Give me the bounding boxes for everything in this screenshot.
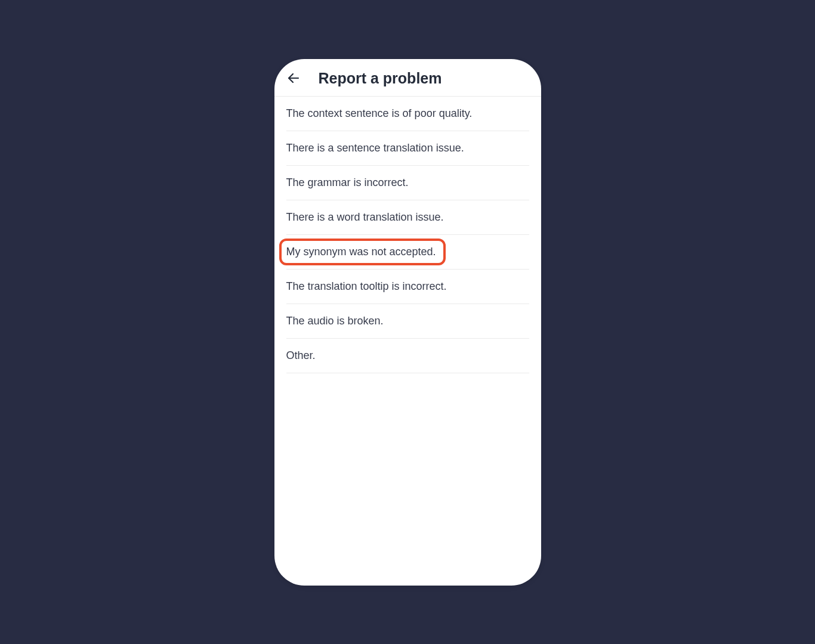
options-list: The context sentence is of poor quality.… xyxy=(274,97,541,373)
option-label: The audio is broken. xyxy=(286,315,384,327)
option-grammar-incorrect[interactable]: The grammar is incorrect. xyxy=(286,166,529,200)
phone-screen: Report a problem The context sentence is… xyxy=(274,59,541,586)
option-other[interactable]: Other. xyxy=(286,339,529,373)
option-word-translation-issue[interactable]: There is a word translation issue. xyxy=(286,200,529,235)
option-label: There is a word translation issue. xyxy=(286,211,444,223)
option-audio-broken[interactable]: The audio is broken. xyxy=(286,304,529,339)
option-label: The context sentence is of poor quality. xyxy=(286,107,473,119)
header: Report a problem xyxy=(274,59,541,97)
option-synonym-not-accepted[interactable]: My synonym was not accepted. xyxy=(286,235,529,270)
arrow-left-icon xyxy=(286,71,301,85)
option-context-sentence-poor[interactable]: The context sentence is of poor quality. xyxy=(286,97,529,131)
option-sentence-translation-issue[interactable]: There is a sentence translation issue. xyxy=(286,131,529,166)
back-button[interactable] xyxy=(285,70,302,86)
option-label: The translation tooltip is incorrect. xyxy=(286,280,447,292)
option-label: The grammar is incorrect. xyxy=(286,177,409,188)
option-label: My synonym was not accepted. xyxy=(286,246,436,258)
option-label: Other. xyxy=(286,349,316,361)
page-title: Report a problem xyxy=(319,70,442,87)
option-label: There is a sentence translation issue. xyxy=(286,142,464,154)
option-translation-tooltip-incorrect[interactable]: The translation tooltip is incorrect. xyxy=(286,270,529,304)
